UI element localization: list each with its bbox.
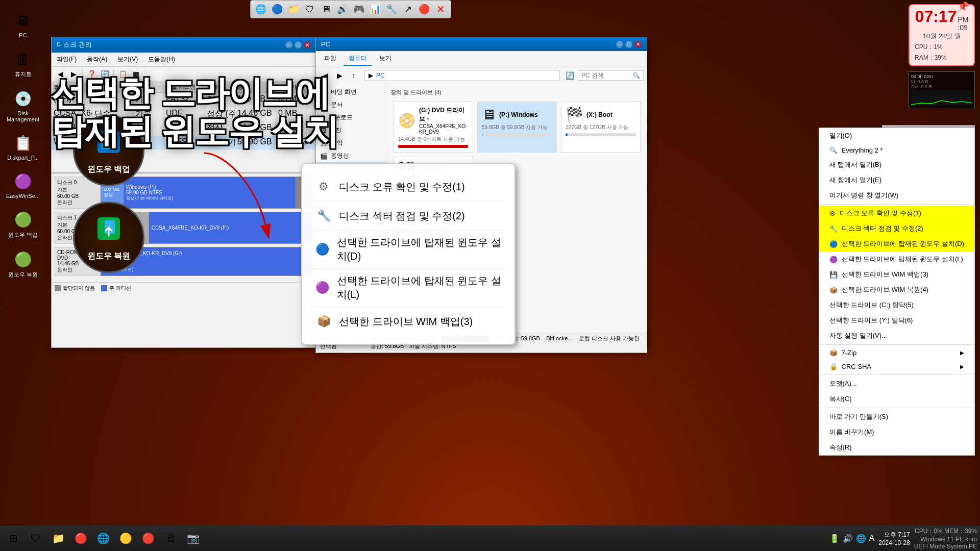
popup-item-wim-backup[interactable]: 📦 선택한 드라이브 WIM 백업(3) (310, 307, 506, 336)
ctx-cmd-here[interactable]: 여기서 명령 창 열기(W) (819, 188, 975, 203)
toolbar-export[interactable]: ↗ (401, 2, 415, 16)
nav-forward[interactable]: ▶ (333, 69, 346, 82)
ctx-open[interactable]: 열기(O) (819, 128, 975, 143)
breadcrumb-pc[interactable]: PC (376, 72, 385, 79)
toolbar-list[interactable]: 📋 (117, 68, 128, 80)
drive-item-dvd[interactable]: 📀 (G:) DVD 드라이브 - CCSA_X64FRE_KO-KR_DV9 … (394, 102, 473, 153)
toolbar-btn5[interactable]: 🖥 (319, 2, 333, 16)
overlay-backup-circle[interactable]: 윈도우 백업 (73, 115, 144, 186)
sidebar-item-pictures[interactable]: 🖼 사진 (316, 124, 387, 137)
nav-up[interactable]: ↑ (348, 69, 360, 82)
toolbar-chrome[interactable]: 🌐 (254, 2, 268, 16)
diskpart-label: Diskpart_P... (7, 155, 39, 161)
section-label-devices: 장치 및 드라이브 (4) (390, 87, 644, 98)
ctx-wim-backup[interactable]: 💾 선택한 드라이브 WIM 백업(3) (819, 267, 975, 282)
toolbar-btn2[interactable]: 🔵 (270, 2, 284, 16)
partition-dvd[interactable]: CCSA_X64FRE_KO-KR_DV9 (F:) (149, 212, 312, 243)
sys-monitor: 0d 0h 02m In: 0.0 B Out: 0.0 B (909, 71, 975, 109)
ribbon-tab-file[interactable]: 파일 (319, 52, 341, 66)
sidebar-item-music[interactable]: 🎵 음악 (316, 137, 387, 149)
toolbar-refresh[interactable]: 🔄 (99, 68, 110, 80)
desktop-icon-recycle[interactable]: 🗑 휴지통 (5, 48, 41, 78)
explorer-minimize[interactable]: ─ (616, 41, 623, 48)
desktop-icon-easywin[interactable]: 🟣 EasyWinSe... (5, 171, 41, 199)
ctx-rename[interactable]: 이름 바꾸기(M) (819, 424, 975, 440)
sidebar-item-desktop[interactable]: ⭐ 바탕 화면 (316, 86, 387, 98)
ctx-install-d[interactable]: 🔵 선택한 드라이브에 탑재된 윈도우 설치(D) (819, 236, 975, 252)
table-row[interactable]: (EFI) 단순 기본 FAT32 정상 100 MB 85 MB (52, 93, 316, 107)
toolbar-btn4[interactable]: 🛡 (303, 2, 317, 16)
toolbar-btn8[interactable]: 📊 (368, 2, 382, 16)
taskbar-yellow[interactable]: 🟡 (115, 528, 136, 548)
disk-mgmt-maximize[interactable]: □ (295, 41, 302, 48)
taskbar-shield[interactable]: 🛡 (26, 528, 46, 548)
toolbar-forward[interactable]: ▶ (68, 68, 79, 80)
drive-item-windows[interactable]: 🖥 (P:) Windows 59.8GB 중 59.8GB 사용 가능 (477, 102, 557, 153)
taskbar-red[interactable]: 🔴 (70, 528, 91, 548)
ctx-install-l[interactable]: 🟣 선택한 드라이브에 탑재된 윈도우 설치(L) (819, 252, 975, 267)
partition-windows[interactable]: Windows (P:)59.90 GB NTFS정상 (기본 데이터 파티션) (124, 177, 296, 208)
ctx-everything[interactable]: 🔍 Everything 2 * (819, 143, 975, 157)
ctx-dismount-c[interactable]: 선택한 드라이브 (C:) 탈닥(5) (819, 297, 975, 313)
desktop-icon-win-backup[interactable]: 🟢 윈도우 백업 (5, 209, 41, 239)
toolbar-btn11[interactable]: 🔴 (417, 2, 431, 16)
popup-item-install-d[interactable]: 🔵 선택한 드라이브에 탑재된 윈도우 설치(D) (310, 231, 506, 269)
ctx-check-error[interactable]: ⚙ 디스크 오류 확인 및 수정(1) (819, 206, 975, 221)
taskbar-red2[interactable]: 🔴 (138, 528, 158, 548)
ctx-shortcut[interactable]: 바로 가기 만들기(S) (819, 409, 975, 424)
explorer-maximize[interactable]: □ (625, 41, 632, 48)
popup-install-d-label: 선택한 드라이브에 탑재된 윈도우 설치(D) (337, 236, 502, 263)
toolbar-close[interactable]: ✕ (433, 2, 448, 16)
desktop-icon-win-restore[interactable]: 🟢 윈도우 복원 (5, 249, 41, 279)
sidebar-item-docs[interactable]: 📄 문서 (316, 98, 387, 111)
popup-item-check-error[interactable]: ⚙ 디스크 오류 확인 및 수정(1) (310, 172, 506, 202)
menu-view[interactable]: 보기(V) (114, 54, 141, 65)
ctx-properties[interactable]: 속성(R) (819, 440, 975, 455)
disk-mgmt-close[interactable]: ✕ (304, 41, 311, 48)
popup-item-install-l[interactable]: 🟣 선택한 드라이브에 탑재된 윈도우 설치(L) (310, 269, 506, 307)
toolbar-btn3[interactable]: 📁 (286, 2, 301, 16)
desktop-icon-disk-mgmt[interactable]: 💿 Disk Management (5, 88, 41, 122)
desktop-icon-diskpart[interactable]: 📋 Diskpart_P... (5, 133, 41, 161)
disk-mgmt-minimize[interactable]: ─ (285, 41, 292, 48)
ctx-autorun[interactable]: 자동 실행 열기(V)... (819, 328, 975, 343)
ctx-format[interactable]: 포멧(A)... (819, 376, 975, 391)
toolbar-grid[interactable]: ▦ (130, 68, 141, 80)
menu-action[interactable]: 동작(A) (84, 54, 110, 65)
ctx-7zip[interactable]: 📦 7-Zip ▶ (819, 346, 975, 360)
ctx-new-tab[interactable]: 새 탭에서 열기(B) (819, 157, 975, 172)
toolbar-btn6[interactable]: 🔊 (335, 2, 350, 16)
ribbon-tab-view[interactable]: 보기 (374, 52, 397, 66)
ctx-wim-restore[interactable]: 📦 선택한 드라이브 WIM 복원(4) (819, 282, 975, 297)
desktop-icon-pc[interactable]: 🖥 PC (5, 10, 41, 38)
explorer-close[interactable]: ✕ (634, 41, 642, 48)
menu-file[interactable]: 파일(F) (54, 54, 80, 65)
sidebar-item-downloads[interactable]: ⬇ 다운로드 (316, 111, 387, 124)
overlay-restore-circle[interactable]: 윈도우 복원 (73, 202, 144, 273)
taskbar-chrome[interactable]: 🌐 (93, 528, 113, 548)
toolbar-btn7[interactable]: 🎮 (352, 2, 366, 16)
sidebar-downloads-label: 다운로드 (328, 113, 353, 122)
menu-help[interactable]: 도움말(H) (145, 54, 178, 65)
ctx-crcsha[interactable]: 🔒 CRC SHA ▶ (819, 360, 975, 373)
taskbar-start[interactable]: ⊞ (3, 528, 23, 548)
taskbar-camera[interactable]: 📷 (183, 528, 203, 548)
ctx-sector[interactable]: 🔧 디스크 섹터 점검 및 수정(2) (819, 221, 975, 236)
sidebar-item-videos[interactable]: 🎬 동영상 (316, 149, 387, 162)
taskbar-monitor[interactable]: 🖥 (160, 528, 181, 548)
toolbar-settings[interactable]: 🔧 (384, 2, 399, 16)
taskbar-folder[interactable]: 📁 (48, 528, 68, 548)
ctx-dismount-y[interactable]: 선택한 드라이브 (Y:) 탈닥(6) (819, 313, 975, 328)
nav-refresh[interactable]: 🔄 (564, 69, 576, 82)
ctx-new-window[interactable]: 새 창에서 열기(E) (819, 172, 975, 188)
search-input[interactable] (581, 72, 632, 79)
search-icon[interactable]: 🔍 (632, 72, 640, 79)
drive-item-boot[interactable]: 🏁 (X:) Boot 127GB 중 127GB 사용 가능 (561, 102, 641, 153)
nav-back[interactable]: ◀ (319, 69, 331, 82)
popup-item-sector[interactable]: 🔧 디스크 섹터 점검 및 수정(2) (310, 202, 506, 231)
toolbar-back[interactable]: ◀ (55, 68, 66, 80)
ctx-copy[interactable]: 복사(C) (819, 391, 975, 407)
ctx-7zip-arrow: ▶ (960, 350, 964, 356)
ribbon-tab-computer[interactable]: 컴퓨터 (344, 52, 372, 66)
toolbar-help-btn[interactable]: ❓ (86, 68, 97, 80)
